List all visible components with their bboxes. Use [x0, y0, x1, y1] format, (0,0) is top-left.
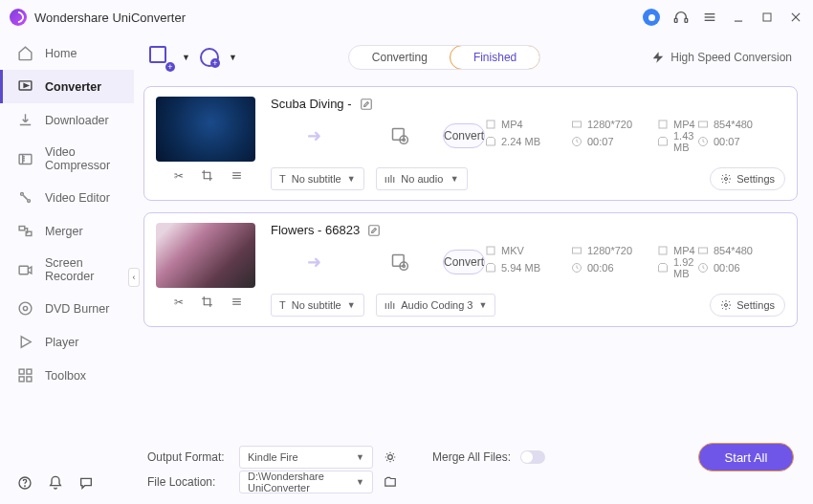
window-minimize[interactable] — [731, 10, 746, 25]
format-icon — [485, 119, 496, 130]
src-format: MP4 — [501, 119, 523, 130]
src-size: 5.94 MB — [501, 262, 540, 274]
sidebar-item-compressor[interactable]: Video Compressor — [0, 137, 134, 181]
start-all-button[interactable]: Start All — [698, 443, 794, 471]
trim-icon[interactable]: ✂ — [174, 169, 184, 190]
svg-rect-45 — [659, 247, 667, 254]
high-speed-toggle[interactable]: High Speed Conversion — [651, 51, 792, 64]
svg-rect-21 — [19, 369, 24, 374]
subtitle-select[interactable]: TNo subtitle▼ — [271, 167, 364, 190]
size-icon — [657, 262, 669, 274]
svg-rect-42 — [369, 225, 380, 235]
settings-button[interactable]: Settings — [710, 294, 785, 317]
add-file-button[interactable]: + — [149, 46, 172, 69]
titlebar: Wondershare UniConverter — [0, 0, 813, 34]
download-icon — [17, 112, 33, 128]
svg-line-14 — [23, 195, 27, 199]
sidebar-item-label: Player — [45, 336, 78, 349]
editor-icon — [17, 189, 33, 206]
menu-icon[interactable] — [702, 10, 717, 25]
video-thumbnail[interactable] — [156, 223, 255, 288]
subtitle-icon: T — [279, 299, 286, 311]
output-format-settings-icon[interactable] — [383, 449, 398, 465]
user-avatar[interactable] — [643, 9, 660, 26]
audio-select[interactable]: ıılıNo audio▼ — [376, 167, 468, 190]
format-icon — [485, 245, 496, 256]
more-icon[interactable] — [231, 169, 243, 190]
sidebar-item-label: Screen Recorder — [45, 256, 117, 283]
settings-button[interactable]: Settings — [710, 167, 785, 190]
tab-converting[interactable]: Converting — [349, 46, 450, 69]
svg-rect-29 — [487, 121, 494, 128]
merger-icon — [17, 223, 33, 239]
size-icon — [485, 136, 496, 147]
headset-icon[interactable] — [673, 10, 689, 25]
src-duration: 00:07 — [587, 136, 614, 147]
add-url-caret[interactable]: ▼ — [229, 53, 237, 62]
video-thumbnail[interactable] — [156, 97, 255, 162]
crop-icon[interactable] — [201, 169, 213, 190]
sidebar-item-label: Video Compressor — [45, 145, 117, 172]
merge-label: Merge All Files: — [432, 450, 511, 464]
window-close[interactable] — [788, 10, 803, 25]
add-file-caret[interactable]: ▼ — [182, 53, 190, 62]
audio-icon: ıılı — [385, 173, 396, 185]
grid-icon — [17, 367, 33, 383]
help-icon[interactable] — [17, 475, 33, 491]
sidebar-item-player[interactable]: Player — [0, 325, 134, 359]
audio-select[interactable]: ıılıAudio Coding 3▼ — [376, 294, 496, 317]
status-tabs: Converting Finished — [348, 45, 540, 70]
duration-icon — [697, 262, 709, 274]
svg-marker-27 — [653, 52, 664, 63]
window-maximize[interactable] — [759, 10, 775, 25]
sidebar-item-label: Video Editor — [45, 191, 110, 205]
open-folder-icon[interactable] — [383, 474, 398, 490]
format-icon — [657, 119, 669, 130]
app-logo — [10, 9, 27, 26]
bell-icon[interactable] — [48, 475, 63, 491]
svg-point-55 — [725, 304, 728, 307]
subtitle-select[interactable]: TNo subtitle▼ — [271, 294, 364, 317]
svg-point-56 — [388, 455, 393, 460]
svg-marker-20 — [21, 337, 31, 347]
trim-icon[interactable]: ✂ — [174, 296, 184, 317]
output-settings-icon[interactable] — [357, 252, 443, 272]
crop-icon[interactable] — [201, 296, 213, 317]
convert-button[interactable]: Convert — [443, 123, 485, 148]
feedback-icon[interactable] — [78, 475, 94, 491]
dst-format: MP4 — [673, 119, 695, 130]
add-url-button[interactable]: + — [200, 48, 219, 67]
home-icon — [17, 45, 33, 61]
dst-resolution: 854*480 — [714, 119, 753, 130]
svg-rect-30 — [573, 121, 582, 127]
svg-point-41 — [725, 178, 728, 181]
sidebar-item-editor[interactable]: Video Editor — [0, 181, 134, 214]
svg-rect-32 — [699, 121, 708, 127]
sidebar-item-dvd[interactable]: DVD Burner — [0, 292, 134, 325]
sidebar-item-recorder[interactable]: Screen Recorder — [0, 248, 134, 292]
file-location-select[interactable]: D:\Wondershare UniConverter▼ — [239, 471, 373, 493]
src-size: 2.24 MB — [501, 136, 540, 147]
tab-finished[interactable]: Finished — [450, 45, 540, 70]
output-format-select[interactable]: Kindle Fire▼ — [239, 446, 373, 469]
convert-button[interactable]: Convert — [443, 250, 485, 274]
svg-rect-0 — [674, 18, 677, 22]
more-icon[interactable] — [231, 296, 243, 317]
recorder-icon — [17, 262, 33, 278]
svg-rect-1 — [685, 18, 688, 22]
sidebar-item-downloader[interactable]: Downloader — [0, 103, 134, 137]
svg-rect-22 — [27, 369, 32, 374]
arrow-icon: ➜ — [271, 252, 357, 273]
edit-title-icon[interactable] — [367, 224, 381, 237]
sidebar-item-converter[interactable]: Converter — [0, 70, 134, 103]
edit-title-icon[interactable] — [360, 98, 373, 111]
merge-toggle[interactable] — [520, 450, 545, 464]
sidebar-item-toolbox[interactable]: Toolbox — [0, 359, 134, 392]
arrow-icon: ➜ — [271, 125, 357, 146]
sidebar-collapse-toggle[interactable]: ‹ — [128, 268, 140, 287]
output-format-label: Output Format: — [147, 450, 230, 464]
svg-point-19 — [23, 306, 27, 310]
sidebar-item-merger[interactable]: Merger — [0, 214, 134, 248]
sidebar-item-home[interactable]: Home — [0, 36, 134, 70]
output-settings-icon[interactable] — [357, 126, 443, 145]
